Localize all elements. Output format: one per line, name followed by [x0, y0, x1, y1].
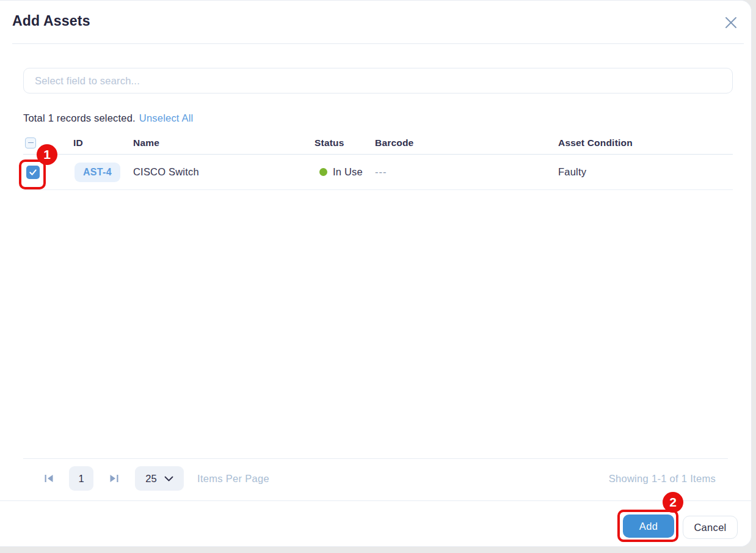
first-page-button[interactable]	[37, 466, 61, 491]
page-size-value: 25	[145, 473, 156, 485]
page-title: Add Assets	[12, 13, 90, 29]
header-divider	[12, 43, 744, 44]
row-checkbox[interactable]	[26, 166, 40, 179]
selection-summary: Total 1 records selected.Unselect All	[23, 112, 193, 124]
row-select-cell	[23, 166, 73, 179]
select-all-cell	[23, 137, 73, 148]
cancel-button[interactable]: Cancel	[683, 516, 738, 539]
items-per-page-label: Items Per Page	[197, 466, 269, 491]
table-row: AST-4 CISCO Switch In Use --- Faulty	[23, 155, 733, 190]
status-label: In Use	[333, 166, 363, 178]
select-all-checkbox[interactable]	[25, 137, 36, 148]
asset-id-badge[interactable]: AST-4	[75, 163, 120, 182]
row-status-cell: In Use	[314, 166, 375, 178]
column-header-id: ID	[73, 137, 133, 148]
page-size-select[interactable]: 25	[135, 466, 184, 491]
status-dot-icon	[319, 168, 327, 176]
annotation-badge-step2: 2	[663, 492, 683, 513]
chevron-down-icon	[164, 476, 173, 482]
unselect-all-link[interactable]: Unselect All	[139, 112, 194, 123]
first-page-icon	[44, 474, 54, 483]
search-input[interactable]	[23, 68, 733, 93]
column-header-barcode: Barcode	[375, 137, 558, 148]
indeterminate-dash-icon	[28, 142, 34, 144]
column-header-status: Status	[314, 137, 375, 148]
pagination-divider	[23, 458, 728, 459]
column-header-name: Name	[133, 137, 314, 148]
last-page-icon	[109, 474, 119, 483]
page-number-button[interactable]: 1	[69, 466, 93, 491]
last-page-button[interactable]	[101, 466, 126, 491]
row-barcode-cell: ---	[375, 166, 558, 178]
row-asset-condition-cell: Faulty	[558, 166, 733, 178]
add-assets-modal: Add Assets Total 1 records selected.Unse…	[0, 0, 752, 547]
table-header-row: ID Name Status Barcode Asset Condition	[23, 131, 733, 155]
showing-summary: Showing 1-1 of 1 Items	[609, 466, 716, 491]
check-icon	[28, 167, 38, 177]
row-name-cell: CISCO Switch	[133, 166, 314, 178]
column-header-asset-condition: Asset Condition	[558, 137, 733, 148]
add-button[interactable]: Add	[623, 515, 674, 538]
close-icon[interactable]	[723, 15, 739, 31]
selection-summary-text: Total 1 records selected.	[23, 112, 136, 123]
row-id-cell: AST-4	[73, 163, 133, 182]
footer-divider	[0, 500, 751, 501]
